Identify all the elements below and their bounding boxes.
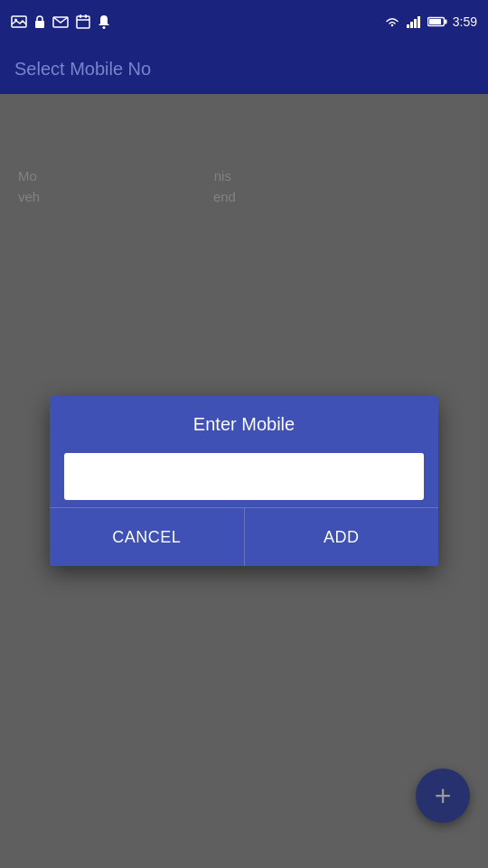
- enter-mobile-dialog: Enter Mobile CANCEL ADD: [50, 396, 438, 566]
- mobile-number-input[interactable]: [64, 453, 424, 500]
- svg-rect-9: [407, 24, 409, 28]
- add-button[interactable]: ADD: [245, 508, 439, 566]
- signal-icon: [406, 15, 422, 28]
- main-content: Mo nis veh end Enter Mobile CANCEL: [0, 94, 488, 868]
- battery-icon: [427, 16, 447, 27]
- status-bar-right: 3:59: [384, 14, 477, 29]
- time-display: 3:59: [453, 14, 477, 29]
- wifi-icon: [384, 16, 400, 28]
- dialog-body: [50, 449, 438, 507]
- svg-rect-2: [35, 21, 44, 28]
- dialog-actions: CANCEL ADD: [50, 507, 438, 566]
- dialog-overlay: Enter Mobile CANCEL ADD: [0, 94, 488, 868]
- status-bar-left-icons: [11, 14, 110, 29]
- svg-rect-15: [429, 19, 441, 24]
- svg-rect-4: [77, 16, 89, 28]
- svg-rect-10: [410, 22, 413, 28]
- cancel-button[interactable]: CANCEL: [50, 508, 244, 566]
- status-bar: 3:59: [0, 0, 488, 43]
- app-bar-title: Select Mobile No: [14, 59, 151, 80]
- svg-rect-12: [418, 16, 420, 28]
- email-icon: [52, 16, 69, 28]
- image-icon: [11, 15, 27, 28]
- svg-point-8: [103, 26, 106, 29]
- svg-rect-14: [445, 20, 447, 24]
- notification-icon: [98, 14, 110, 29]
- lock-icon: [34, 14, 45, 29]
- dialog-title: Enter Mobile: [50, 396, 438, 449]
- svg-rect-11: [414, 19, 417, 28]
- app-bar: Select Mobile No: [0, 43, 488, 94]
- calendar-icon: [76, 14, 90, 29]
